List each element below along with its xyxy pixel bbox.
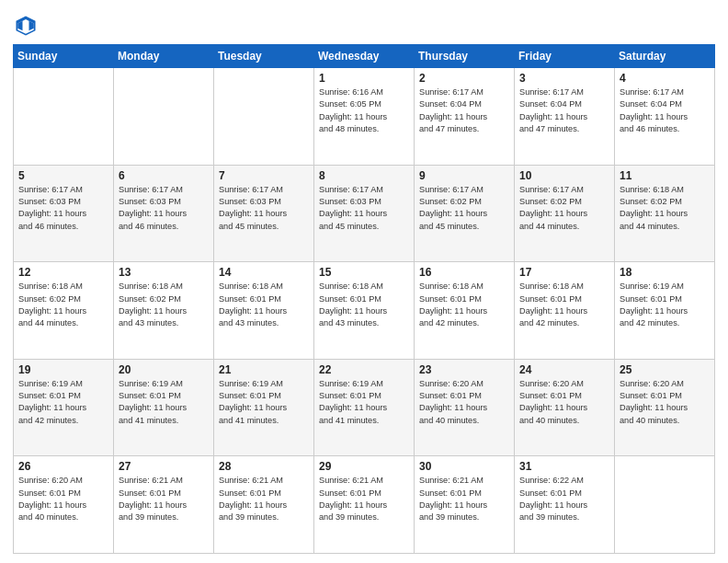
- calendar-header-row: SundayMondayTuesdayWednesdayThursdayFrid…: [14, 45, 715, 68]
- day-number: 15: [319, 266, 409, 279]
- day-info: Sunrise: 6:19 AM Sunset: 6:01 PM Dayligh…: [319, 378, 409, 427]
- day-number: 6: [119, 169, 209, 182]
- day-info: Sunrise: 6:16 AM Sunset: 6:05 PM Dayligh…: [319, 86, 409, 135]
- day-number: 3: [519, 72, 609, 85]
- day-info: Sunrise: 6:17 AM Sunset: 6:04 PM Dayligh…: [620, 86, 710, 135]
- day-info: Sunrise: 6:18 AM Sunset: 6:01 PM Dayligh…: [319, 281, 409, 329]
- calendar-day-15: 15Sunrise: 6:18 AM Sunset: 6:01 PM Dayli…: [314, 262, 415, 360]
- day-info: Sunrise: 6:21 AM Sunset: 6:01 PM Dayligh…: [119, 475, 209, 523]
- page: SundayMondayTuesdayWednesdayThursdayFrid…: [0, 0, 728, 563]
- day-number: 30: [419, 460, 509, 473]
- calendar-day-12: 12Sunrise: 6:18 AM Sunset: 6:02 PM Dayli…: [14, 262, 114, 360]
- calendar-day-22: 22Sunrise: 6:19 AM Sunset: 6:01 PM Dayli…: [314, 359, 415, 456]
- calendar-week-row: 5Sunrise: 6:17 AM Sunset: 6:03 PM Daylig…: [14, 165, 715, 262]
- calendar-week-row: 26Sunrise: 6:20 AM Sunset: 6:01 PM Dayli…: [14, 456, 715, 554]
- calendar-day-25: 25Sunrise: 6:20 AM Sunset: 6:01 PM Dayli…: [615, 359, 715, 456]
- calendar-week-row: 19Sunrise: 6:19 AM Sunset: 6:01 PM Dayli…: [14, 359, 715, 456]
- day-info: Sunrise: 6:18 AM Sunset: 6:02 PM Dayligh…: [620, 184, 710, 233]
- day-info: Sunrise: 6:20 AM Sunset: 6:01 PM Dayligh…: [519, 378, 609, 427]
- day-info: Sunrise: 6:18 AM Sunset: 6:01 PM Dayligh…: [519, 281, 609, 329]
- day-number: 1: [319, 72, 409, 85]
- calendar-day-27: 27Sunrise: 6:21 AM Sunset: 6:01 PM Dayli…: [114, 456, 214, 554]
- calendar-day-10: 10Sunrise: 6:17 AM Sunset: 6:02 PM Dayli…: [515, 165, 615, 262]
- calendar-empty-cell: [214, 68, 314, 166]
- day-number: 20: [119, 363, 209, 376]
- calendar-table: SundayMondayTuesdayWednesdayThursdayFrid…: [13, 44, 715, 554]
- day-number: 9: [419, 169, 509, 182]
- calendar-day-5: 5Sunrise: 6:17 AM Sunset: 6:03 PM Daylig…: [14, 165, 114, 262]
- day-number: 22: [319, 363, 409, 376]
- calendar-day-29: 29Sunrise: 6:21 AM Sunset: 6:01 PM Dayli…: [314, 456, 415, 554]
- calendar-day-16: 16Sunrise: 6:18 AM Sunset: 6:01 PM Dayli…: [415, 262, 515, 360]
- day-number: 27: [119, 460, 209, 473]
- calendar-day-18: 18Sunrise: 6:19 AM Sunset: 6:01 PM Dayli…: [615, 262, 715, 360]
- calendar-day-26: 26Sunrise: 6:20 AM Sunset: 6:01 PM Dayli…: [14, 456, 114, 554]
- day-info: Sunrise: 6:18 AM Sunset: 6:01 PM Dayligh…: [219, 281, 309, 329]
- day-number: 2: [419, 72, 509, 85]
- day-info: Sunrise: 6:17 AM Sunset: 6:03 PM Dayligh…: [18, 184, 108, 233]
- day-number: 19: [18, 363, 108, 376]
- day-number: 24: [519, 363, 609, 376]
- day-info: Sunrise: 6:17 AM Sunset: 6:02 PM Dayligh…: [519, 184, 609, 233]
- day-info: Sunrise: 6:17 AM Sunset: 6:04 PM Dayligh…: [519, 86, 609, 135]
- calendar-day-7: 7Sunrise: 6:17 AM Sunset: 6:03 PM Daylig…: [214, 165, 314, 262]
- day-number: 31: [519, 460, 609, 473]
- calendar-day-21: 21Sunrise: 6:19 AM Sunset: 6:01 PM Dayli…: [214, 359, 314, 456]
- day-info: Sunrise: 6:19 AM Sunset: 6:01 PM Dayligh…: [18, 378, 108, 427]
- day-info: Sunrise: 6:17 AM Sunset: 6:04 PM Dayligh…: [419, 86, 509, 135]
- day-number: 12: [18, 266, 108, 279]
- day-info: Sunrise: 6:20 AM Sunset: 6:01 PM Dayligh…: [620, 378, 710, 427]
- day-number: 16: [419, 266, 509, 279]
- calendar-day-6: 6Sunrise: 6:17 AM Sunset: 6:03 PM Daylig…: [114, 165, 214, 262]
- day-info: Sunrise: 6:22 AM Sunset: 6:01 PM Dayligh…: [519, 475, 609, 523]
- day-number: 8: [319, 169, 409, 182]
- day-number: 18: [620, 266, 710, 279]
- day-number: 25: [620, 363, 710, 376]
- calendar-day-14: 14Sunrise: 6:18 AM Sunset: 6:01 PM Dayli…: [214, 262, 314, 360]
- calendar-week-row: 12Sunrise: 6:18 AM Sunset: 6:02 PM Dayli…: [14, 262, 715, 360]
- day-number: 17: [519, 266, 609, 279]
- day-info: Sunrise: 6:17 AM Sunset: 6:03 PM Dayligh…: [319, 184, 409, 233]
- weekday-header-tuesday: Tuesday: [214, 45, 314, 68]
- calendar-day-8: 8Sunrise: 6:17 AM Sunset: 6:03 PM Daylig…: [314, 165, 415, 262]
- day-number: 23: [419, 363, 509, 376]
- day-info: Sunrise: 6:20 AM Sunset: 6:01 PM Dayligh…: [18, 475, 108, 523]
- day-info: Sunrise: 6:17 AM Sunset: 6:02 PM Dayligh…: [419, 184, 509, 233]
- calendar-week-row: 1Sunrise: 6:16 AM Sunset: 6:05 PM Daylig…: [14, 68, 715, 166]
- weekday-header-wednesday: Wednesday: [314, 45, 415, 68]
- day-info: Sunrise: 6:18 AM Sunset: 6:02 PM Dayligh…: [18, 281, 108, 329]
- calendar-day-9: 9Sunrise: 6:17 AM Sunset: 6:02 PM Daylig…: [415, 165, 515, 262]
- calendar-day-2: 2Sunrise: 6:17 AM Sunset: 6:04 PM Daylig…: [415, 68, 515, 166]
- calendar-empty-cell: [114, 68, 214, 166]
- calendar-day-31: 31Sunrise: 6:22 AM Sunset: 6:01 PM Dayli…: [515, 456, 615, 554]
- day-info: Sunrise: 6:18 AM Sunset: 6:01 PM Dayligh…: [419, 281, 509, 329]
- day-number: 7: [219, 169, 309, 182]
- day-info: Sunrise: 6:20 AM Sunset: 6:01 PM Dayligh…: [419, 378, 509, 427]
- calendar-day-24: 24Sunrise: 6:20 AM Sunset: 6:01 PM Dayli…: [515, 359, 615, 456]
- calendar-day-11: 11Sunrise: 6:18 AM Sunset: 6:02 PM Dayli…: [615, 165, 715, 262]
- logo-icon: [13, 13, 39, 39]
- day-info: Sunrise: 6:21 AM Sunset: 6:01 PM Dayligh…: [419, 475, 509, 523]
- day-number: 14: [219, 266, 309, 279]
- day-info: Sunrise: 6:19 AM Sunset: 6:01 PM Dayligh…: [119, 378, 209, 427]
- weekday-header-friday: Friday: [515, 45, 615, 68]
- logo: [13, 13, 40, 39]
- day-number: 29: [319, 460, 409, 473]
- calendar-day-19: 19Sunrise: 6:19 AM Sunset: 6:01 PM Dayli…: [14, 359, 114, 456]
- day-number: 10: [519, 169, 609, 182]
- header: [13, 9, 715, 39]
- day-info: Sunrise: 6:17 AM Sunset: 6:03 PM Dayligh…: [219, 184, 309, 233]
- weekday-header-sunday: Sunday: [14, 45, 114, 68]
- weekday-header-saturday: Saturday: [615, 45, 715, 68]
- calendar-day-13: 13Sunrise: 6:18 AM Sunset: 6:02 PM Dayli…: [114, 262, 214, 360]
- calendar-empty-cell: [615, 456, 715, 554]
- calendar-empty-cell: [14, 68, 114, 166]
- day-number: 11: [620, 169, 710, 182]
- day-info: Sunrise: 6:21 AM Sunset: 6:01 PM Dayligh…: [219, 475, 309, 523]
- day-number: 28: [219, 460, 309, 473]
- calendar-day-28: 28Sunrise: 6:21 AM Sunset: 6:01 PM Dayli…: [214, 456, 314, 554]
- day-info: Sunrise: 6:17 AM Sunset: 6:03 PM Dayligh…: [119, 184, 209, 233]
- calendar-day-23: 23Sunrise: 6:20 AM Sunset: 6:01 PM Dayli…: [415, 359, 515, 456]
- day-info: Sunrise: 6:19 AM Sunset: 6:01 PM Dayligh…: [620, 281, 710, 329]
- calendar-day-4: 4Sunrise: 6:17 AM Sunset: 6:04 PM Daylig…: [615, 68, 715, 166]
